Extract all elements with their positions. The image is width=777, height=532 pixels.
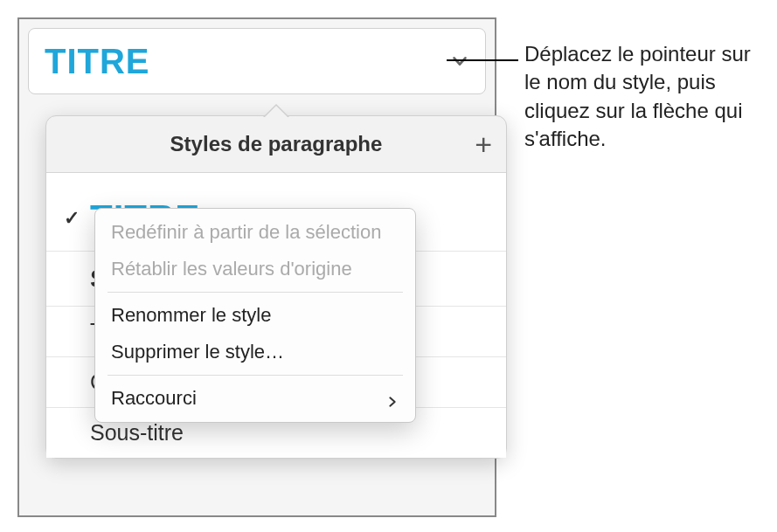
menu-shortcut[interactable]: Raccourci [95,380,415,417]
style-selector[interactable]: TITRE [28,28,486,94]
menu-item-label: Renommer le style [111,304,271,327]
menu-divider [108,292,403,293]
menu-reset-to-default: Rétablir les valeurs d'origine [95,251,415,287]
popover-header: Styles de paragraphe + [46,116,506,173]
menu-item-label: Supprimer le style… [111,341,284,363]
popover-title: Styles de paragraphe [170,132,383,156]
menu-item-label: Raccourci [111,387,197,410]
style-context-menu: Redéfinir à partir de la sélection Rétab… [94,208,416,423]
menu-redefine-from-selection: Redéfinir à partir de la sélection [95,214,415,251]
menu-rename-style[interactable]: Renommer le style [95,297,415,334]
chevron-down-icon[interactable] [450,52,469,71]
checkmark-icon: ✓ [64,207,90,230]
menu-divider [108,375,403,376]
callout-text: Déplacez le pointeur sur le nom du style… [524,40,760,154]
chevron-right-icon [385,391,399,405]
menu-item-label: Redéfinir à partir de la sélection [111,221,381,244]
menu-item-label: Rétablir les valeurs d'origine [111,258,352,280]
add-style-button[interactable]: + [475,129,492,159]
menu-delete-style[interactable]: Supprimer le style… [95,334,415,370]
current-style-label: TITRE [45,42,150,81]
style-label: Sous-titre [90,420,184,446]
callout-leader-line [447,59,518,61]
